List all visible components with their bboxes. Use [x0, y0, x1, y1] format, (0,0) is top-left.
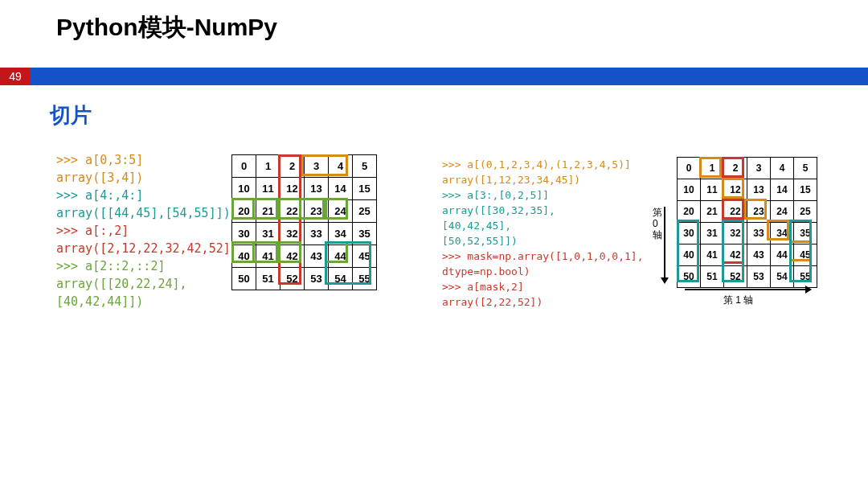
cell: 0	[232, 155, 256, 178]
cell: 45	[353, 245, 377, 268]
cell: 33	[305, 223, 329, 245]
array-grid-left: 012345 101112131415 202122232425 3031323…	[231, 154, 377, 290]
code-line: [50,52,55]])	[442, 233, 643, 249]
cell: 21	[701, 201, 724, 223]
code-line: >>> a[2::2,::2]	[56, 257, 238, 275]
cell: 24	[771, 201, 794, 223]
cell: 0	[678, 158, 701, 179]
code-line: [40,42,45],	[442, 218, 643, 233]
array-table: 012345 101112131415 202122232425 3031323…	[677, 157, 817, 288]
cell: 14	[771, 179, 794, 201]
cell: 10	[678, 179, 701, 201]
cell: 3	[305, 155, 329, 178]
cell: 41	[701, 244, 724, 266]
code-line: >>> a[4:,4:]	[56, 187, 238, 204]
cell: 22	[724, 201, 747, 223]
cell: 53	[747, 266, 771, 288]
axis-0-arrow-icon	[664, 207, 665, 277]
code-line: array([3,4])	[56, 169, 238, 187]
cell: 30	[678, 223, 701, 244]
axis-text: 第	[653, 207, 662, 218]
cell: 32	[724, 223, 747, 244]
title-bar	[0, 68, 868, 85]
cell: 31	[256, 223, 280, 245]
cell: 31	[701, 223, 724, 244]
cell: 40	[678, 244, 701, 266]
cell: 34	[329, 223, 353, 245]
cell: 32	[280, 223, 305, 245]
code-line: >>> a[mask,2]	[442, 279, 643, 294]
cell: 40	[232, 245, 256, 268]
cell: 23	[747, 201, 771, 223]
cell: 54	[329, 268, 353, 290]
cell: 3	[747, 158, 771, 179]
code-block-right: >>> a[(0,1,2,3,4),(1,2,3,4,5)] array([1,…	[442, 157, 643, 310]
array-table: 012345 101112131415 202122232425 3031323…	[231, 154, 377, 290]
cell: 55	[353, 268, 377, 290]
axis-1-arrow-icon	[685, 289, 805, 290]
cell: 45	[794, 244, 817, 266]
cell: 51	[256, 268, 280, 290]
cell: 22	[280, 200, 305, 223]
page-number-badge: 49	[0, 68, 31, 85]
code-line: array([[20,22,24],	[56, 275, 238, 293]
code-line: >>> a[0,3:5]	[56, 151, 238, 169]
cell: 20	[232, 200, 256, 223]
code-line: [40,42,44]])	[56, 293, 238, 310]
cell: 4	[329, 155, 353, 178]
code-line: array([[44,45],[54,55]])	[56, 204, 238, 222]
cell: 15	[353, 178, 377, 200]
cell: 50	[232, 268, 256, 290]
cell: 33	[747, 223, 771, 244]
cell: 42	[280, 245, 305, 268]
cell: 44	[329, 245, 353, 268]
cell: 24	[329, 200, 353, 223]
cell: 52	[724, 266, 747, 288]
code-line: >>> a[(0,1,2,3,4),(1,2,3,4,5)]	[442, 157, 643, 172]
section-subtitle: 切片	[50, 101, 92, 129]
page-title: Python模块-NumPy	[56, 11, 277, 44]
cell: 25	[353, 200, 377, 223]
cell: 14	[329, 178, 353, 200]
axis-1-label: 第 1 轴	[723, 294, 753, 307]
cell: 35	[353, 223, 377, 245]
code-line: >>> mask=np.array([1,0,1,0,0,1],	[442, 249, 643, 264]
cell: 44	[771, 244, 794, 266]
cell: 34	[771, 223, 794, 244]
cell: 2	[724, 158, 747, 179]
cell: 11	[256, 178, 280, 200]
code-line: array([2,12,22,32,42,52])	[56, 240, 238, 257]
axis-0-label: 第 0 轴	[653, 207, 662, 240]
cell: 50	[678, 266, 701, 288]
code-line: dtype=np.bool)	[442, 264, 643, 279]
cell: 21	[256, 200, 280, 223]
code-line: >>> a[3:,[0,2,5]]	[442, 187, 643, 203]
cell: 1	[256, 155, 280, 178]
cell: 11	[701, 179, 724, 201]
code-line: >>> a[:,2]	[56, 222, 238, 240]
cell: 23	[305, 200, 329, 223]
cell: 30	[232, 223, 256, 245]
code-line: array([[30,32,35],	[442, 203, 643, 218]
array-grid-right: 012345 101112131415 202122232425 3031323…	[677, 157, 817, 288]
cell: 25	[794, 201, 817, 223]
cell: 35	[794, 223, 817, 244]
cell: 2	[280, 155, 305, 178]
cell: 41	[256, 245, 280, 268]
cell: 15	[794, 179, 817, 201]
cell: 42	[724, 244, 747, 266]
cell: 5	[353, 155, 377, 178]
cell: 10	[232, 178, 256, 200]
cell: 55	[794, 266, 817, 288]
cell: 20	[678, 201, 701, 223]
cell: 51	[701, 266, 724, 288]
cell: 13	[305, 178, 329, 200]
axis-text: 轴	[653, 229, 662, 240]
cell: 53	[305, 268, 329, 290]
axis-text: 0	[653, 218, 662, 229]
cell: 13	[747, 179, 771, 201]
cell: 52	[280, 268, 305, 290]
cell: 43	[305, 245, 329, 268]
cell: 5	[794, 158, 817, 179]
code-block-left: >>> a[0,3:5] array([3,4]) >>> a[4:,4:] a…	[56, 151, 238, 310]
